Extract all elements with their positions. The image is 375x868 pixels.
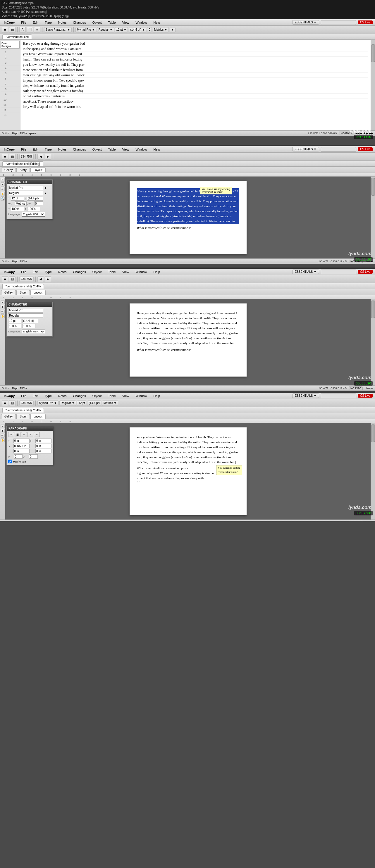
tab-galley-3[interactable]: Galley [1,290,16,295]
tb-next-2[interactable]: ▶ [45,154,51,160]
scrollbar-v-3[interactable] [371,299,375,385]
cs-live-btn-3[interactable]: CS Live [358,270,373,274]
tb-open-1[interactable]: ▤ [9,27,16,33]
tool-text-3[interactable]: T [1,305,5,309]
menu-window-1[interactable]: Window [134,20,148,25]
align-justify2-btn-4[interactable]: ≡ [34,432,40,437]
menu-type-1[interactable]: Type [43,20,53,25]
menu-view-1[interactable]: View [121,20,131,25]
menu-type-3[interactable]: Type [43,270,53,274]
style-input-2[interactable] [8,191,43,195]
tab-layout-4[interactable]: Layout [30,414,46,418]
tb-btn-2-2[interactable]: ▤ [9,154,16,160]
menu-object-3[interactable]: Object [91,270,103,274]
tool-select-3[interactable]: ↖ [1,300,5,304]
tb-story-1[interactable]: A [19,27,26,33]
menu-type-4[interactable]: Type [43,394,53,398]
menu-notes-2[interactable]: Notes [57,147,68,152]
tb-btn-4-2[interactable]: ▤ [9,400,16,406]
tb-new-1[interactable]: ■ [2,27,8,33]
menu-object-4[interactable]: Object [91,394,103,398]
scrollbar-thumb-3[interactable] [371,301,375,318]
menu-view-2[interactable]: View [121,147,131,152]
style-1[interactable]: Regular ▼ [97,27,114,32]
scrollbar-thumb-4[interactable] [371,425,375,442]
tab-layout-3[interactable]: Layout [30,290,46,295]
app-name-1[interactable]: InCopy [2,20,16,25]
essentials-btn-1[interactable]: ESSENTIALS ▼ [292,20,319,25]
font-4[interactable]: Myriad Pro ▼ [37,401,58,406]
scrollbar-thumb-2[interactable] [371,178,375,195]
essentials-btn-2[interactable]: ESSENTIALS ▼ [292,147,319,151]
menu-table-1[interactable]: Table [107,20,117,25]
leading-1[interactable]: (14.4 pt) ▼ [129,27,146,32]
tool-pen-2[interactable]: ✏ [1,187,5,191]
tool-select-4[interactable]: ↖ [1,424,5,428]
page-canvas-2[interactable]: You are currently editing'vermiculture.i… [129,181,247,254]
vscale-input-2[interactable] [27,207,40,211]
align-justify-btn-4[interactable]: ≡ [28,432,33,437]
essentials-btn-4[interactable]: ESSENTIALS ▼ [292,394,319,398]
search-box-2[interactable] [321,147,356,152]
zoom-2[interactable]: 234.75% [19,154,34,159]
lang-select-2[interactable]: English: USA [22,212,45,217]
last-indent-input-4[interactable] [35,444,52,448]
hscale-input-2[interactable] [11,207,24,211]
metrics-4[interactable]: Metrics ▼ [102,401,118,406]
tool-pen-3[interactable]: ✏ [1,310,5,314]
menu-edit-1[interactable]: Edit [31,20,40,25]
menu-help-4[interactable]: Help [152,394,162,398]
tb-btn-3-2[interactable]: ▤ [9,276,16,282]
zoom-4[interactable]: 234.75% [19,401,34,406]
hyphenate-checkbox-4[interactable] [8,460,12,463]
menu-changes-3[interactable]: Changes [72,270,87,274]
font-1[interactable]: Myriad Pro ▼ [76,27,96,32]
tool-hand-4[interactable]: ✋ [1,438,5,442]
size-input-2[interactable] [11,196,24,200]
search-box-1[interactable] [321,20,356,25]
vscale-input-3[interactable] [22,324,35,328]
page-canvas-3[interactable]: Have you ever dug through your garden be… [129,304,247,377]
menu-help-1[interactable]: Help [152,20,162,25]
tb-galley-1[interactable]: ≡ [34,27,40,33]
kern-input-2[interactable] [15,202,27,206]
scrollbar-thumb-1[interactable] [371,44,375,62]
menu-view-4[interactable]: View [121,394,131,398]
lang-select-3[interactable]: English: USA [22,329,45,334]
style-input-3[interactable] [8,313,43,318]
size-input-3[interactable] [8,319,21,323]
tab-story-2[interactable]: Story [17,167,30,172]
size-4[interactable]: 12 pt [77,401,86,406]
first-indent-input-4[interactable] [13,444,30,448]
tb-btn-4-1[interactable]: ■ [2,400,8,406]
tab-story-4[interactable]: Story [17,414,30,418]
menu-notes-1[interactable]: Notes [57,20,68,25]
menu-window-2[interactable]: Window [134,147,148,152]
align-center-btn-4[interactable]: ☰ [15,432,21,437]
menu-table-4[interactable]: Table [107,394,117,398]
menu-notes-4[interactable]: Notes [57,394,68,398]
tool-zoom-2[interactable]: 🔍 [1,196,5,200]
menu-object-2[interactable]: Object [91,147,103,152]
right-indent-input-4[interactable] [35,438,52,443]
search-box-3[interactable] [321,270,356,274]
menu-table-2[interactable]: Table [107,147,117,152]
align-left-btn-4[interactable]: ≡ [8,432,14,437]
space-after-input-4[interactable] [35,449,52,454]
essentials-btn-3[interactable]: ESSENTIALS ▼ [292,270,319,274]
tool-text-4[interactable]: T [1,429,5,433]
tool-hand-2[interactable]: ✋ [1,192,5,196]
menu-file-4[interactable]: File [20,394,28,398]
menu-table-3[interactable]: Table [107,270,117,274]
track-input-2[interactable] [34,202,43,206]
menu-edit-2[interactable]: Edit [31,147,40,152]
doc-tab-4[interactable]: *vermiculture.icml @ 234% [2,408,44,412]
menu-changes-1[interactable]: Changes [72,20,87,25]
scrollbar-v-1[interactable] [371,40,375,130]
menu-file-3[interactable]: File [20,270,28,274]
tb-layout-1[interactable]: ⬜ [27,27,33,33]
menu-help-2[interactable]: Help [152,147,162,152]
space-before-input-4[interactable] [13,449,30,454]
tab-galley-2[interactable]: Galley [1,167,16,172]
av-1[interactable]: ▼ [170,27,175,32]
